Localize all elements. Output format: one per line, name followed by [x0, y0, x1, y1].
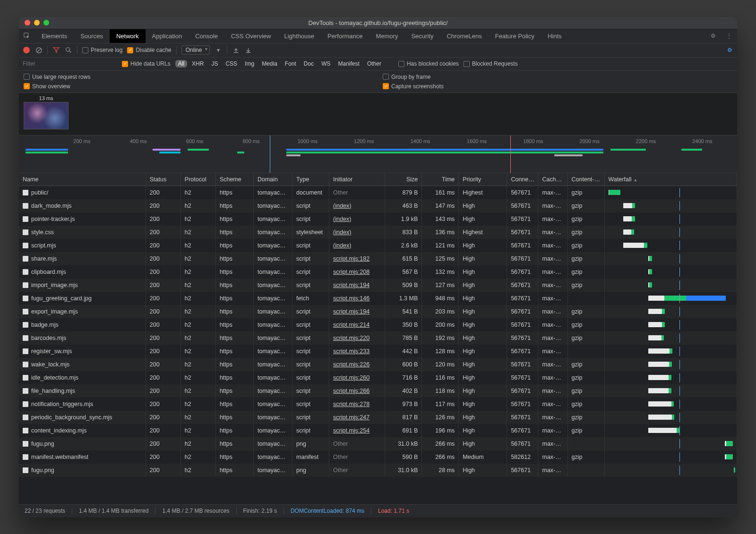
col-content[interactable]: Content-…	[567, 173, 604, 186]
table-row[interactable]: badge.mjs200h2httpstomayac…scriptscript.…	[19, 318, 737, 331]
group-frame-checkbox[interactable]: Group by frame	[383, 74, 732, 80]
initiator-link[interactable]: (index)	[333, 229, 351, 236]
clear-icon[interactable]	[35, 46, 43, 54]
table-row[interactable]: idle_detection.mjs200h2httpstomayac…scri…	[19, 371, 737, 384]
filter-type-media[interactable]: Media	[259, 60, 280, 68]
col-initiator[interactable]: Initiator	[329, 173, 385, 186]
initiator-link[interactable]: (index)	[333, 216, 351, 222]
tab-elements[interactable]: Elements	[35, 29, 74, 43]
show-overview-checkbox[interactable]: Show overview	[24, 83, 373, 90]
throttling-chevron-icon[interactable]: ▾	[215, 46, 222, 54]
tab-application[interactable]: Application	[146, 29, 189, 43]
col-scheme[interactable]: Scheme	[215, 173, 253, 186]
tab-memory[interactable]: Memory	[369, 29, 404, 43]
initiator-link[interactable]: script.mjs:226	[333, 361, 369, 368]
table-row[interactable]: import_image.mjs200h2httpstomayac…script…	[19, 279, 737, 292]
col-wf[interactable]: Waterfall	[604, 173, 737, 186]
table-row[interactable]: wake_lock.mjs200h2httpstomayac…scriptscr…	[19, 358, 737, 371]
table-row[interactable]: pointer-tracker.js200h2httpstomayac…scri…	[19, 212, 737, 226]
initiator-link[interactable]: script.mjs:254	[333, 427, 369, 434]
tab-chromelens[interactable]: ChromeLens	[440, 29, 488, 43]
overview-timeline[interactable]: 200 ms400 ms600 ms800 ms1000 ms1200 ms14…	[19, 136, 737, 173]
tab-feature-policy[interactable]: Feature Policy	[489, 29, 541, 43]
upload-har-icon[interactable]	[232, 46, 240, 54]
network-table[interactable]: NameStatusProtocolSchemeDomainTypeInitia…	[19, 173, 737, 504]
inspect-element-icon[interactable]	[19, 29, 35, 43]
tab-performance[interactable]: Performance	[321, 29, 369, 43]
initiator-link[interactable]: script.mjs:247	[333, 414, 369, 421]
settings-gear-icon[interactable]: ⚙	[705, 29, 721, 43]
close-window-button[interactable]	[25, 20, 30, 25]
capture-screenshots-checkbox[interactable]: Capture screenshots	[383, 83, 732, 90]
filter-type-img[interactable]: Img	[242, 60, 257, 68]
tab-console[interactable]: Console	[189, 29, 224, 43]
col-size[interactable]: Size	[385, 173, 422, 186]
table-row[interactable]: fugu.png200h2httpstomayac…pngOther31.0 k…	[19, 464, 737, 477]
screenshot-strip[interactable]: 13 ms	[19, 93, 737, 136]
table-row[interactable]: register_sw.mjs200h2httpstomayac…scripts…	[19, 345, 737, 358]
table-row[interactable]: script.mjs200h2httpstomayac…script(index…	[19, 239, 737, 252]
table-row[interactable]: periodic_background_sync.mjs200h2httpsto…	[19, 411, 737, 424]
filter-type-all[interactable]: All	[175, 60, 187, 68]
initiator-link[interactable]: script.mjs:266	[333, 388, 369, 394]
network-settings-gear-icon[interactable]: ⚙	[726, 46, 733, 54]
table-row[interactable]: clipboard.mjs200h2httpstomayac…scriptscr…	[19, 265, 737, 279]
tab-css-overview[interactable]: CSS Overview	[224, 29, 278, 43]
tab-sources[interactable]: Sources	[74, 29, 110, 43]
initiator-link[interactable]: script.mjs:194	[333, 308, 369, 315]
initiator-link[interactable]: script.mjs:278	[333, 401, 369, 407]
initiator-link[interactable]: script.mjs:233	[333, 348, 369, 355]
screenshot-thumbnail[interactable]	[24, 102, 69, 129]
table-row[interactable]: manifest.webmanifest200h2httpstomayac…ma…	[19, 450, 737, 464]
table-row[interactable]: content_indexing.mjs200h2httpstomayac…sc…	[19, 424, 737, 437]
record-button[interactable]	[23, 46, 30, 54]
filter-type-js[interactable]: JS	[208, 60, 221, 68]
blocked-requests-checkbox[interactable]: Blocked Requests	[464, 60, 518, 67]
filter-type-font[interactable]: Font	[282, 60, 299, 68]
filter-funnel-icon[interactable]	[52, 46, 60, 54]
large-rows-checkbox[interactable]: Use large request rows	[24, 74, 373, 80]
initiator-link[interactable]: script.mjs:214	[333, 322, 369, 328]
table-row[interactable]: style.css200h2httpstomayac…stylesheet(in…	[19, 226, 737, 239]
tab-hints[interactable]: Hints	[541, 29, 568, 43]
initiator-link[interactable]: (index)	[333, 203, 351, 209]
filter-type-other[interactable]: Other	[364, 60, 384, 68]
search-icon[interactable]	[65, 46, 72, 54]
col-domain[interactable]: Domain	[253, 173, 292, 186]
filter-type-xhr[interactable]: XHR	[189, 60, 206, 68]
hide-data-urls-checkbox[interactable]: Hide data URLs	[122, 60, 171, 67]
initiator-link[interactable]: script.mjs:194	[333, 282, 369, 288]
col-time[interactable]: Time	[422, 173, 459, 186]
filter-input[interactable]	[23, 60, 117, 67]
col-name[interactable]: Name	[19, 173, 146, 186]
minimize-window-button[interactable]	[34, 20, 40, 25]
table-row[interactable]: notification_triggers.mjs200h2httpstomay…	[19, 398, 737, 411]
has-blocked-cookies-checkbox[interactable]: Has blocked cookies	[398, 60, 459, 67]
table-row[interactable]: fugu_greeting_card.jpg200h2httpstomayac……	[19, 292, 737, 305]
col-protocol[interactable]: Protocol	[180, 173, 215, 186]
tab-lighthouse[interactable]: Lighthouse	[277, 29, 321, 43]
filter-type-css[interactable]: CSS	[223, 60, 240, 68]
col-conn[interactable]: Conne…	[507, 173, 538, 186]
table-row[interactable]: barcodes.mjs200h2httpstomayac…scriptscri…	[19, 331, 737, 345]
col-cache[interactable]: Cach…	[538, 173, 567, 186]
disable-cache-checkbox[interactable]: Disable cache	[127, 47, 171, 53]
throttling-select[interactable]: Online	[181, 45, 210, 55]
download-har-icon[interactable]	[244, 46, 252, 54]
initiator-link[interactable]: script.mjs:146	[333, 295, 369, 302]
initiator-link[interactable]: script.mjs:182	[333, 255, 369, 262]
table-row[interactable]: dark_mode.mjs200h2httpstomayac…script(in…	[19, 199, 737, 212]
kebab-menu-icon[interactable]: ⋮	[721, 29, 737, 43]
filter-type-manifest[interactable]: Manifest	[335, 60, 362, 68]
col-priority[interactable]: Priority	[459, 173, 507, 186]
col-type[interactable]: Type	[292, 173, 329, 186]
table-row[interactable]: share.mjs200h2httpstomayac…scriptscript.…	[19, 252, 737, 265]
preserve-log-checkbox[interactable]: Preserve log	[82, 47, 122, 53]
filter-type-ws[interactable]: WS	[318, 60, 333, 68]
initiator-link[interactable]: (index)	[333, 242, 351, 249]
initiator-link[interactable]: script.mjs:220	[333, 335, 369, 341]
col-status[interactable]: Status	[146, 173, 180, 186]
table-row[interactable]: export_image.mjs200h2httpstomayac…script…	[19, 305, 737, 318]
table-row[interactable]: fugu.png200h2httpstomayac…pngOther31.0 k…	[19, 437, 737, 450]
tab-network[interactable]: Network	[110, 29, 146, 43]
